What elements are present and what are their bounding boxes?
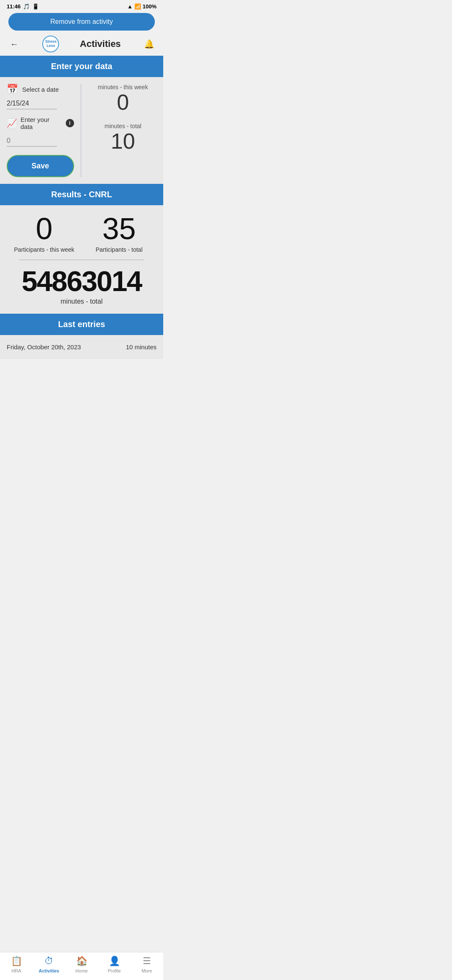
- minutes-input[interactable]: [7, 135, 57, 147]
- last-entries-section: Friday, October 20th, 2023 10 minutes: [0, 335, 163, 359]
- calendar-icon: 📅: [7, 84, 18, 95]
- enter-data-header: Enter your data: [0, 56, 163, 77]
- tooltip-text: Remove from activity: [50, 18, 113, 25]
- phone-icon: 📱: [32, 3, 39, 10]
- status-bar: 11:46 🎵 📱 ▲ 📶 100%: [0, 0, 163, 11]
- tooltip-banner[interactable]: Remove from activity: [8, 13, 155, 31]
- participants-this-week-label: Participants - this week: [7, 246, 82, 253]
- entry-label: Enter your data: [21, 116, 62, 130]
- participants-total-label: Participants - total: [82, 246, 157, 253]
- participants-this-week: 0 Participants - this week: [7, 214, 82, 253]
- participants-total-value: 35: [82, 214, 157, 244]
- back-button[interactable]: ←: [7, 36, 22, 52]
- notification-button[interactable]: 🔔: [141, 36, 157, 52]
- save-button[interactable]: Save: [7, 155, 74, 177]
- top-nav: ← Stress Less Activities 🔔: [0, 32, 163, 56]
- date-input[interactable]: [7, 98, 57, 109]
- total-minutes-value: 54863014: [7, 267, 157, 295]
- bottom-spacer: [0, 359, 163, 392]
- data-entry-row: 📈 Enter your data i: [7, 116, 74, 130]
- participants-total: 35 Participants - total: [82, 214, 157, 253]
- logo: Stress Less: [42, 36, 59, 52]
- page-title: Activities: [80, 39, 121, 49]
- media-icon: 🎵: [23, 3, 30, 10]
- logo-text: Stress Less: [43, 40, 58, 48]
- enter-data-title: Enter your data: [51, 62, 113, 71]
- minutes-total-block: minutes - total 10: [90, 123, 157, 153]
- status-time: 11:46 🎵 📱: [7, 3, 39, 10]
- save-label: Save: [31, 162, 49, 170]
- time-display: 11:46: [7, 3, 21, 10]
- back-icon: ←: [10, 39, 18, 49]
- date-row: 📅 Select a date: [7, 84, 74, 95]
- minutes-this-week-block: minutes - this week 0: [90, 84, 157, 114]
- enter-data-section: 📅 Select a date 📈 Enter your data i Save…: [0, 77, 163, 184]
- date-label: Select a date: [22, 86, 59, 93]
- results-section: 0 Participants - this week 35 Participan…: [0, 205, 163, 314]
- divider: [19, 260, 144, 260]
- entry-value: 10 minutes: [126, 343, 157, 351]
- data-left-panel: 📅 Select a date 📈 Enter your data i Save: [7, 84, 81, 177]
- minutes-this-week-value: 0: [90, 90, 157, 114]
- status-right: ▲ 📶 100%: [127, 3, 157, 10]
- data-right-panel: minutes - this week 0 minutes - total 10: [81, 84, 157, 177]
- total-minutes-label: minutes - total: [7, 298, 157, 305]
- wifi-icon: ▲: [127, 3, 133, 10]
- signal-icon: 📶: [134, 3, 141, 10]
- participants-this-week-value: 0: [7, 214, 82, 244]
- participants-row: 0 Participants - this week 35 Participan…: [7, 214, 157, 253]
- bell-icon: 🔔: [144, 39, 154, 49]
- entry-date: Friday, October 20th, 2023: [7, 343, 81, 351]
- results-header: Results - CNRL: [0, 184, 163, 205]
- last-entries-title: Last entries: [58, 320, 105, 329]
- minutes-total-label: minutes - total: [90, 123, 157, 129]
- minutes-total-value: 10: [90, 129, 157, 153]
- entry-row: Friday, October 20th, 2023 10 minutes: [7, 343, 157, 351]
- results-title: Results - CNRL: [51, 190, 112, 199]
- minutes-this-week-label: minutes - this week: [90, 84, 157, 90]
- last-entries-header: Last entries: [0, 314, 163, 335]
- chart-icon: 📈: [7, 118, 17, 128]
- info-icon[interactable]: i: [66, 119, 74, 127]
- battery-display: 100%: [143, 3, 157, 10]
